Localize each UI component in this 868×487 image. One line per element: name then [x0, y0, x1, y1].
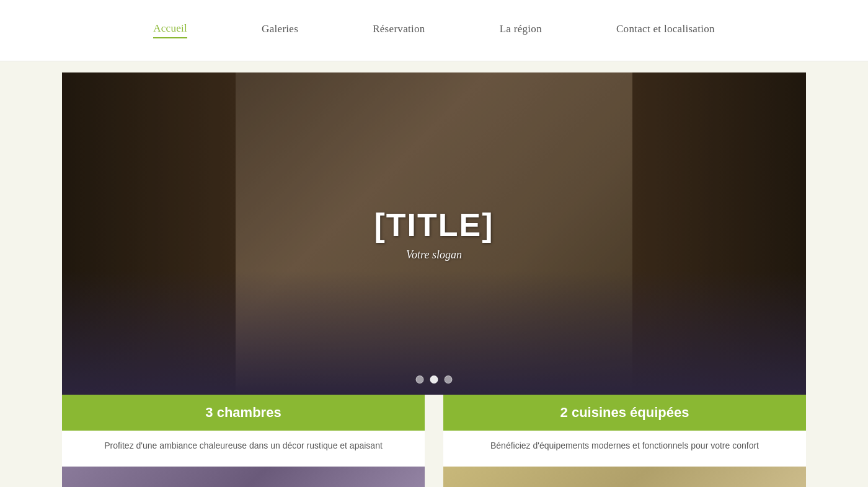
- feature-desc-chambres: Profitez d'une ambiance chaleureuse dans…: [62, 431, 425, 467]
- feature-header-cuisines: 2 cuisines équipées: [443, 395, 806, 431]
- slider-dot-2[interactable]: [430, 375, 438, 384]
- features-section: 3 chambres Profitez d'une ambiance chale…: [0, 395, 868, 487]
- hero-slider: [TITLE] Votre slogan: [62, 72, 806, 395]
- feature-card-chambres: 3 chambres Profitez d'une ambiance chale…: [62, 395, 425, 487]
- nav-item-contact[interactable]: Contact et localisation: [616, 23, 715, 38]
- feature-img-chambres: [62, 467, 425, 487]
- feature-card-cuisines: 2 cuisines équipées Bénéficiez d'équipem…: [443, 395, 806, 487]
- features-row: 3 chambres Profitez d'une ambiance chale…: [62, 395, 806, 487]
- slider-dots: [416, 375, 453, 384]
- main-nav: Accueil Galeries Réservation La région C…: [0, 0, 868, 61]
- hero-subtitle: Votre slogan: [374, 248, 494, 261]
- slider-dot-1[interactable]: [416, 375, 424, 384]
- nav-item-reservation[interactable]: Réservation: [373, 23, 425, 38]
- nav-item-accueil[interactable]: Accueil: [153, 22, 187, 38]
- feature-desc-cuisines: Bénéficiez d'équipements modernes et fon…: [443, 431, 806, 467]
- hero-band: [TITLE] Votre slogan 3 chambres Profitez…: [0, 61, 868, 487]
- nav-item-galeries[interactable]: Galeries: [262, 23, 298, 38]
- hero-title: [TITLE]: [374, 206, 494, 244]
- feature-header-chambres: 3 chambres: [62, 395, 425, 431]
- hero-text-overlay: [TITLE] Votre slogan: [374, 206, 494, 261]
- nav-item-region[interactable]: La région: [500, 23, 542, 38]
- feature-img-cuisines: [443, 467, 806, 487]
- slider-dot-3[interactable]: [445, 375, 453, 384]
